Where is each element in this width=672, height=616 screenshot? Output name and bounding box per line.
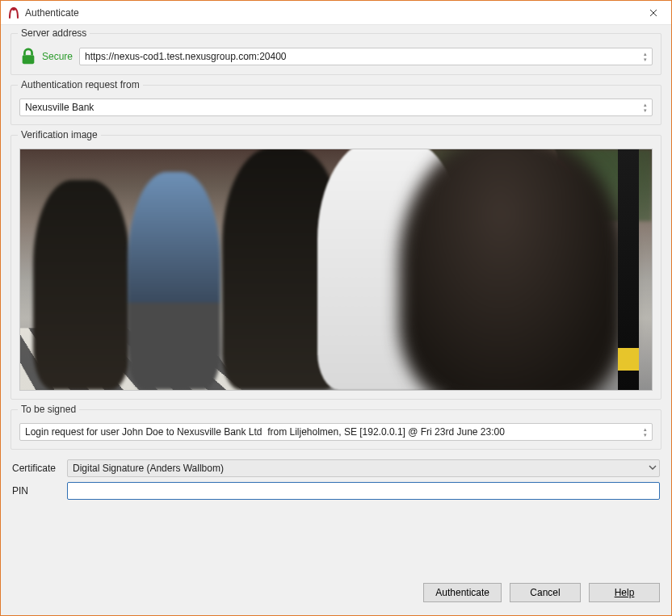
auth-request-from-legend: Authentication request from <box>18 79 143 90</box>
app-icon <box>7 6 20 19</box>
svg-rect-1 <box>23 55 35 64</box>
to-be-signed-group: To be signed ▴▾ <box>10 409 662 450</box>
authenticate-dialog: Authenticate Server address Secure ▴▾ <box>0 0 672 616</box>
to-be-signed-field[interactable] <box>19 423 653 441</box>
cancel-button[interactable]: Cancel <box>510 583 581 602</box>
auth-request-from-group: Authentication request from ▴▾ <box>10 85 662 125</box>
server-address-legend: Server address <box>18 27 90 39</box>
pin-label: PIN <box>12 485 61 497</box>
verification-image-group: Verification image <box>10 135 662 400</box>
certificate-value[interactable] <box>67 459 660 477</box>
certificate-combo[interactable] <box>67 459 660 477</box>
window-title: Authenticate <box>25 7 635 19</box>
button-bar: Authenticate Cancel Help <box>10 583 662 606</box>
verification-image-legend: Verification image <box>18 129 101 140</box>
to-be-signed-legend: To be signed <box>18 404 79 415</box>
help-button[interactable]: Help <box>589 583 660 602</box>
pin-input[interactable] <box>67 482 660 500</box>
help-button-label: Help <box>615 587 635 598</box>
verification-image <box>19 149 653 391</box>
dialog-content: Server address Secure ▴▾ Authentication … <box>1 25 671 615</box>
server-url-field[interactable] <box>79 48 653 65</box>
lock-icon <box>19 47 37 66</box>
certificate-label: Certificate <box>12 463 61 474</box>
authenticate-button[interactable]: Authenticate <box>423 583 502 602</box>
server-address-group: Server address Secure ▴▾ <box>10 33 662 75</box>
svg-point-0 <box>12 7 15 10</box>
secure-label: Secure <box>42 51 73 62</box>
titlebar: Authenticate <box>1 1 671 25</box>
close-button[interactable] <box>635 1 671 25</box>
credentials-grid: Certificate PIN <box>10 459 662 500</box>
auth-request-from-field[interactable] <box>19 98 653 116</box>
